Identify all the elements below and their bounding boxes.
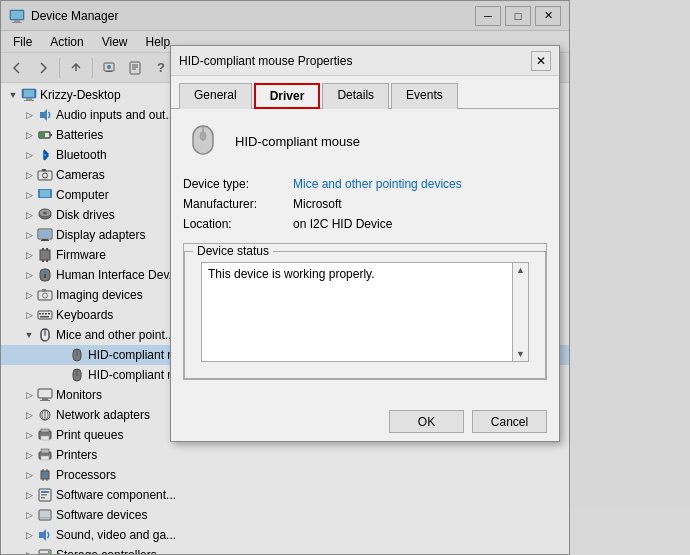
device-status-group: Device status This device is working pro… xyxy=(183,243,547,380)
device-status-box: This device is working properly. ▲ ▼ xyxy=(201,262,529,362)
tab-driver[interactable]: Driver xyxy=(254,83,321,109)
manufacturer-value: Microsoft xyxy=(293,197,342,211)
device-info-table: Device type: Mice and other pointing dev… xyxy=(183,177,547,231)
tab-content-general: HID-compliant mouse Device type: Mice an… xyxy=(171,108,559,402)
device-mouse-icon xyxy=(183,121,223,161)
device-type-value: Mice and other pointing devices xyxy=(293,177,462,191)
status-scrollbar[interactable]: ▲ ▼ xyxy=(512,263,528,361)
tab-events[interactable]: Events xyxy=(391,83,458,109)
status-group-legend: Device status xyxy=(193,244,273,258)
cancel-button[interactable]: Cancel xyxy=(472,410,547,433)
device-type-row: Device type: Mice and other pointing dev… xyxy=(183,177,547,191)
location-label: Location: xyxy=(183,217,293,231)
location-value: on I2C HID Device xyxy=(293,217,392,231)
device-type-label: Device type: xyxy=(183,177,293,191)
props-dialog-title: HID-compliant mouse Properties xyxy=(179,54,352,68)
props-close-button[interactable]: ✕ xyxy=(531,51,551,71)
tabs-bar: General Driver Details Events xyxy=(171,76,559,108)
ok-button[interactable]: OK xyxy=(389,410,464,433)
device-header: HID-compliant mouse xyxy=(183,121,547,161)
tab-details[interactable]: Details xyxy=(322,83,389,109)
tab-general[interactable]: General xyxy=(179,83,252,109)
device-name-label: HID-compliant mouse xyxy=(235,134,360,149)
scrollbar-down-icon[interactable]: ▼ xyxy=(514,347,528,361)
manufacturer-row: Manufacturer: Microsoft xyxy=(183,197,547,211)
location-row: Location: on I2C HID Device xyxy=(183,217,547,231)
props-titlebar: HID-compliant mouse Properties ✕ xyxy=(171,46,559,76)
scrollbar-up-icon[interactable]: ▲ xyxy=(514,263,528,277)
properties-dialog: HID-compliant mouse Properties ✕ General… xyxy=(170,45,560,442)
manufacturer-label: Manufacturer: xyxy=(183,197,293,211)
dialog-buttons: OK Cancel xyxy=(171,402,559,441)
svg-point-97 xyxy=(200,132,206,140)
device-status-text: This device is working properly. xyxy=(208,267,375,281)
